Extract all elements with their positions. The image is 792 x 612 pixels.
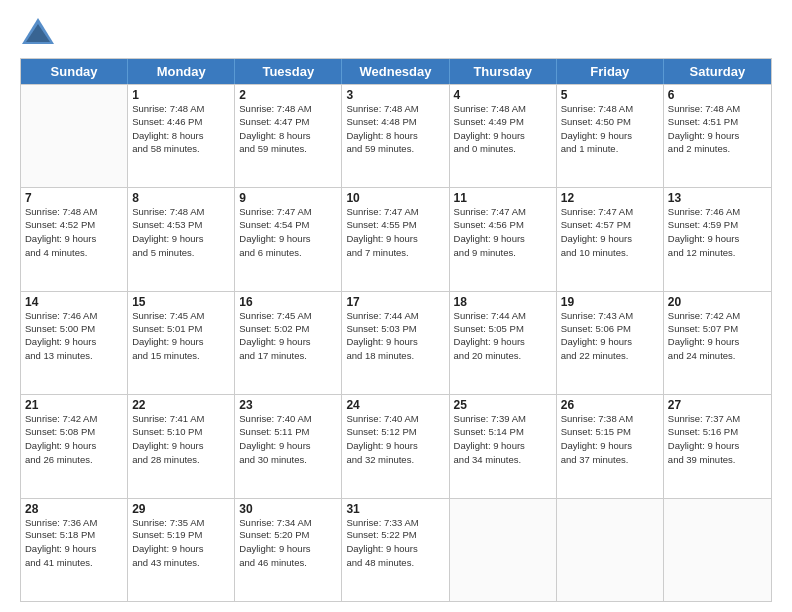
calendar: SundayMondayTuesdayWednesdayThursdayFrid… <box>20 58 772 602</box>
sunrise-text: Sunrise: 7:48 AM <box>132 103 230 116</box>
sunrise-text: Sunrise: 7:41 AM <box>132 413 230 426</box>
sunset-text: Sunset: 5:02 PM <box>239 323 337 336</box>
sunset-text: Sunset: 4:53 PM <box>132 219 230 232</box>
daylight-text: Daylight: 8 hours <box>346 130 444 143</box>
sunset-text: Sunset: 5:20 PM <box>239 529 337 542</box>
header <box>20 16 772 48</box>
sunset-text: Sunset: 4:55 PM <box>346 219 444 232</box>
sunset-text: Sunset: 5:11 PM <box>239 426 337 439</box>
daylight-text: and 5 minutes. <box>132 247 230 260</box>
daylight-text: and 48 minutes. <box>346 557 444 570</box>
calendar-cell: 11Sunrise: 7:47 AMSunset: 4:56 PMDayligh… <box>450 188 557 290</box>
sunrise-text: Sunrise: 7:42 AM <box>668 310 767 323</box>
daylight-text: and 28 minutes. <box>132 454 230 467</box>
calendar-cell <box>450 499 557 601</box>
daylight-text: Daylight: 9 hours <box>668 440 767 453</box>
daylight-text: and 26 minutes. <box>25 454 123 467</box>
calendar-cell: 22Sunrise: 7:41 AMSunset: 5:10 PMDayligh… <box>128 395 235 497</box>
sunset-text: Sunset: 4:59 PM <box>668 219 767 232</box>
sunrise-text: Sunrise: 7:40 AM <box>239 413 337 426</box>
calendar-row: 1Sunrise: 7:48 AMSunset: 4:46 PMDaylight… <box>21 84 771 187</box>
calendar-cell: 9Sunrise: 7:47 AMSunset: 4:54 PMDaylight… <box>235 188 342 290</box>
sunrise-text: Sunrise: 7:48 AM <box>239 103 337 116</box>
daylight-text: Daylight: 9 hours <box>561 336 659 349</box>
daylight-text: Daylight: 9 hours <box>132 440 230 453</box>
daylight-text: and 24 minutes. <box>668 350 767 363</box>
calendar-row: 28Sunrise: 7:36 AMSunset: 5:18 PMDayligh… <box>21 498 771 601</box>
calendar-cell: 20Sunrise: 7:42 AMSunset: 5:07 PMDayligh… <box>664 292 771 394</box>
daylight-text: Daylight: 9 hours <box>132 233 230 246</box>
calendar-cell: 15Sunrise: 7:45 AMSunset: 5:01 PMDayligh… <box>128 292 235 394</box>
calendar-cell: 31Sunrise: 7:33 AMSunset: 5:22 PMDayligh… <box>342 499 449 601</box>
calendar-cell: 8Sunrise: 7:48 AMSunset: 4:53 PMDaylight… <box>128 188 235 290</box>
sunset-text: Sunset: 4:52 PM <box>25 219 123 232</box>
sunset-text: Sunset: 4:56 PM <box>454 219 552 232</box>
day-number: 1 <box>132 88 230 102</box>
day-number: 17 <box>346 295 444 309</box>
sunrise-text: Sunrise: 7:46 AM <box>25 310 123 323</box>
day-number: 22 <box>132 398 230 412</box>
day-number: 28 <box>25 502 123 516</box>
sunrise-text: Sunrise: 7:44 AM <box>346 310 444 323</box>
daylight-text: and 12 minutes. <box>668 247 767 260</box>
day-number: 12 <box>561 191 659 205</box>
day-number: 4 <box>454 88 552 102</box>
day-number: 9 <box>239 191 337 205</box>
sunrise-text: Sunrise: 7:48 AM <box>454 103 552 116</box>
daylight-text: and 43 minutes. <box>132 557 230 570</box>
daylight-text: Daylight: 9 hours <box>454 336 552 349</box>
day-number: 20 <box>668 295 767 309</box>
daylight-text: Daylight: 9 hours <box>346 336 444 349</box>
weekday-header: Sunday <box>21 59 128 84</box>
calendar-cell: 29Sunrise: 7:35 AMSunset: 5:19 PMDayligh… <box>128 499 235 601</box>
day-number: 25 <box>454 398 552 412</box>
weekday-header: Thursday <box>450 59 557 84</box>
sunset-text: Sunset: 5:03 PM <box>346 323 444 336</box>
daylight-text: and 15 minutes. <box>132 350 230 363</box>
day-number: 11 <box>454 191 552 205</box>
calendar-cell: 13Sunrise: 7:46 AMSunset: 4:59 PMDayligh… <box>664 188 771 290</box>
daylight-text: and 18 minutes. <box>346 350 444 363</box>
daylight-text: Daylight: 9 hours <box>454 130 552 143</box>
daylight-text: Daylight: 9 hours <box>239 543 337 556</box>
daylight-text: and 17 minutes. <box>239 350 337 363</box>
daylight-text: and 1 minute. <box>561 143 659 156</box>
daylight-text: and 7 minutes. <box>346 247 444 260</box>
daylight-text: Daylight: 9 hours <box>132 336 230 349</box>
daylight-text: and 34 minutes. <box>454 454 552 467</box>
calendar-cell: 21Sunrise: 7:42 AMSunset: 5:08 PMDayligh… <box>21 395 128 497</box>
calendar-cell: 2Sunrise: 7:48 AMSunset: 4:47 PMDaylight… <box>235 85 342 187</box>
daylight-text: and 46 minutes. <box>239 557 337 570</box>
sunset-text: Sunset: 5:14 PM <box>454 426 552 439</box>
calendar-cell: 1Sunrise: 7:48 AMSunset: 4:46 PMDaylight… <box>128 85 235 187</box>
sunrise-text: Sunrise: 7:34 AM <box>239 517 337 530</box>
day-number: 3 <box>346 88 444 102</box>
day-number: 8 <box>132 191 230 205</box>
sunrise-text: Sunrise: 7:48 AM <box>561 103 659 116</box>
sunset-text: Sunset: 4:46 PM <box>132 116 230 129</box>
sunset-text: Sunset: 5:12 PM <box>346 426 444 439</box>
sunset-text: Sunset: 5:16 PM <box>668 426 767 439</box>
weekday-header: Saturday <box>664 59 771 84</box>
daylight-text: Daylight: 9 hours <box>668 336 767 349</box>
daylight-text: and 30 minutes. <box>239 454 337 467</box>
daylight-text: Daylight: 8 hours <box>132 130 230 143</box>
sunset-text: Sunset: 5:00 PM <box>25 323 123 336</box>
sunset-text: Sunset: 5:08 PM <box>25 426 123 439</box>
calendar-cell: 12Sunrise: 7:47 AMSunset: 4:57 PMDayligh… <box>557 188 664 290</box>
day-number: 16 <box>239 295 337 309</box>
calendar-cell: 25Sunrise: 7:39 AMSunset: 5:14 PMDayligh… <box>450 395 557 497</box>
sunrise-text: Sunrise: 7:43 AM <box>561 310 659 323</box>
calendar-cell: 10Sunrise: 7:47 AMSunset: 4:55 PMDayligh… <box>342 188 449 290</box>
day-number: 13 <box>668 191 767 205</box>
sunrise-text: Sunrise: 7:47 AM <box>454 206 552 219</box>
daylight-text: and 59 minutes. <box>346 143 444 156</box>
calendar-cell: 7Sunrise: 7:48 AMSunset: 4:52 PMDaylight… <box>21 188 128 290</box>
daylight-text: Daylight: 9 hours <box>668 130 767 143</box>
day-number: 14 <box>25 295 123 309</box>
daylight-text: Daylight: 9 hours <box>346 440 444 453</box>
calendar-cell: 24Sunrise: 7:40 AMSunset: 5:12 PMDayligh… <box>342 395 449 497</box>
daylight-text: Daylight: 8 hours <box>239 130 337 143</box>
logo-icon <box>20 16 56 48</box>
daylight-text: and 2 minutes. <box>668 143 767 156</box>
